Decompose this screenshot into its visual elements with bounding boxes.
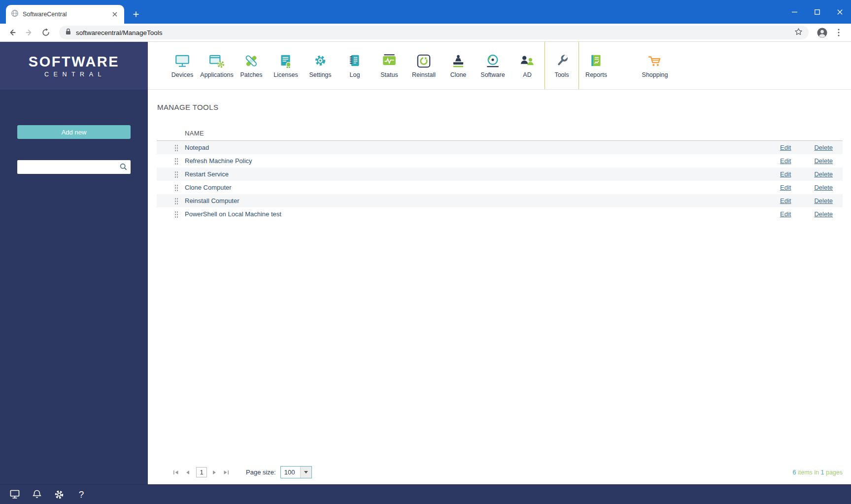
browser-tab-strip: SoftwareCentral (0, 0, 851, 24)
chevron-down-icon (304, 471, 308, 473)
delete-link[interactable]: Delete (814, 197, 833, 204)
screen: SoftwareCentral (0, 0, 851, 504)
gear-icon[interactable] (53, 489, 65, 501)
edit-link[interactable]: Edit (780, 184, 791, 191)
edit-link[interactable]: Edit (780, 210, 791, 218)
back-button[interactable] (5, 25, 20, 40)
nav-item-clone[interactable]: Clone (441, 42, 476, 89)
reload-button[interactable] (38, 25, 53, 40)
drag-handle-icon[interactable] (174, 144, 178, 151)
nav-item-software[interactable]: Software (476, 42, 510, 89)
nav-item-reinstall[interactable]: Reinstall (407, 42, 441, 89)
tool-name: Clone Computer (185, 184, 780, 191)
table-header: NAME (157, 126, 843, 141)
bookmark-star-icon[interactable] (794, 28, 803, 38)
nav-item-licenses[interactable]: Licenses (269, 42, 303, 89)
delete-link[interactable]: Delete (814, 157, 833, 165)
delete-link[interactable]: Delete (814, 184, 833, 191)
items-text: items in (798, 469, 819, 476)
app-footer: ? (0, 484, 851, 504)
forward-button[interactable] (22, 25, 36, 40)
pages-text: pages (826, 469, 843, 476)
app-window: SOFTWARE CENTRAL Add new Devices (0, 42, 851, 504)
logo: SOFTWARE CENTRAL (0, 42, 148, 90)
drag-handle-icon[interactable] (174, 184, 178, 191)
nav-item-ad[interactable]: AD (510, 42, 545, 89)
last-page-button[interactable] (221, 467, 232, 478)
nav-item-status[interactable]: Status (372, 42, 407, 89)
page-size-label: Page size: (246, 469, 276, 476)
drag-handle-icon[interactable] (174, 158, 178, 165)
previous-page-button[interactable] (182, 467, 193, 478)
table-row: Refresh Machine Policy Edit Delete (157, 154, 843, 168)
page-size-input[interactable] (281, 467, 300, 478)
pager-summary: 6 items in 1 pages (793, 469, 843, 476)
clone-icon (450, 53, 467, 68)
nav-item-devices[interactable]: Devices (165, 42, 200, 89)
minimize-button[interactable] (783, 0, 806, 24)
add-new-button[interactable]: Add new (17, 125, 131, 139)
tab-close-icon[interactable] (110, 10, 119, 19)
first-page-button[interactable] (170, 467, 181, 478)
nav-item-shopping[interactable]: Shopping (638, 42, 672, 89)
pager: 1 Page size: 6 items in 1 pages (157, 466, 843, 479)
delete-link[interactable]: Delete (814, 144, 833, 151)
address-bar[interactable]: softwarecentral/ManageTools (59, 26, 809, 39)
url-text: softwarecentral/ManageTools (76, 29, 790, 36)
page-size-combobox (280, 466, 312, 478)
drag-handle-icon[interactable] (174, 171, 178, 178)
edit-link[interactable]: Edit (780, 197, 791, 204)
table-row: Notepad Edit Delete (157, 141, 843, 154)
window-controls (783, 0, 851, 24)
edit-link[interactable]: Edit (780, 144, 791, 151)
edit-link[interactable]: Edit (780, 170, 791, 178)
tools-table: NAME Notepad Edit Delete Refresh Machine… (157, 126, 843, 221)
bell-icon[interactable] (31, 489, 43, 501)
table-row: Reinstall Computer Edit Delete (157, 194, 843, 207)
maximize-button[interactable] (806, 0, 828, 24)
browser-navbar: softwarecentral/ManageTools (0, 24, 851, 42)
delete-link[interactable]: Delete (814, 210, 833, 218)
top-navigation: Devices Applications Patches Licenses (148, 42, 851, 90)
current-page-box[interactable]: 1 (196, 467, 207, 477)
logo-line2: CENTRAL (42, 71, 106, 78)
tool-name: Restart Service (185, 170, 780, 178)
nav-item-applications[interactable]: Applications (200, 42, 234, 89)
tool-name: Notepad (185, 144, 780, 151)
nav-item-patches[interactable]: Patches (234, 42, 269, 89)
delete-link[interactable]: Delete (814, 170, 833, 178)
help-icon[interactable]: ? (75, 489, 87, 501)
search-icon[interactable] (120, 163, 127, 172)
drag-handle-icon[interactable] (174, 198, 178, 204)
reinstall-icon (415, 53, 432, 68)
pages-count: 1 (821, 469, 824, 476)
name-column-header: NAME (185, 130, 204, 137)
tools-icon (553, 53, 570, 68)
edit-link[interactable]: Edit (780, 157, 791, 165)
reports-icon (588, 53, 605, 68)
nav-item-reports[interactable]: Reports (579, 42, 613, 89)
sidebar: SOFTWARE CENTRAL Add new (0, 42, 148, 504)
next-page-button[interactable] (209, 467, 220, 478)
browser-menu-icon[interactable] (831, 25, 846, 40)
nav-item-tools[interactable]: Tools (545, 42, 579, 89)
status-icon (381, 53, 398, 68)
profile-avatar-icon[interactable] (815, 25, 829, 40)
tool-name: PowerShell on Local Machine test (185, 210, 780, 218)
page-size-dropdown-button[interactable] (300, 467, 311, 478)
settings-icon (312, 53, 329, 68)
main-content: MANAGE TOOLS NAME Notepad Edit Delete Re… (148, 90, 851, 484)
nav-item-log[interactable]: Log (338, 42, 372, 89)
new-tab-button[interactable] (129, 7, 143, 21)
nav-item-settings[interactable]: Settings (303, 42, 338, 89)
browser-tab[interactable]: SoftwareCentral (6, 5, 124, 24)
table-row: Clone Computer Edit Delete (157, 181, 843, 194)
sidebar-search (17, 160, 131, 174)
drag-handle-icon[interactable] (174, 211, 178, 218)
applications-icon (208, 53, 225, 68)
sidebar-search-input[interactable] (17, 160, 131, 174)
monitor-icon[interactable] (9, 489, 21, 501)
close-button[interactable] (828, 0, 851, 24)
table-row: PowerShell on Local Machine test Edit De… (157, 207, 843, 221)
tool-name: Reinstall Computer (185, 197, 780, 204)
